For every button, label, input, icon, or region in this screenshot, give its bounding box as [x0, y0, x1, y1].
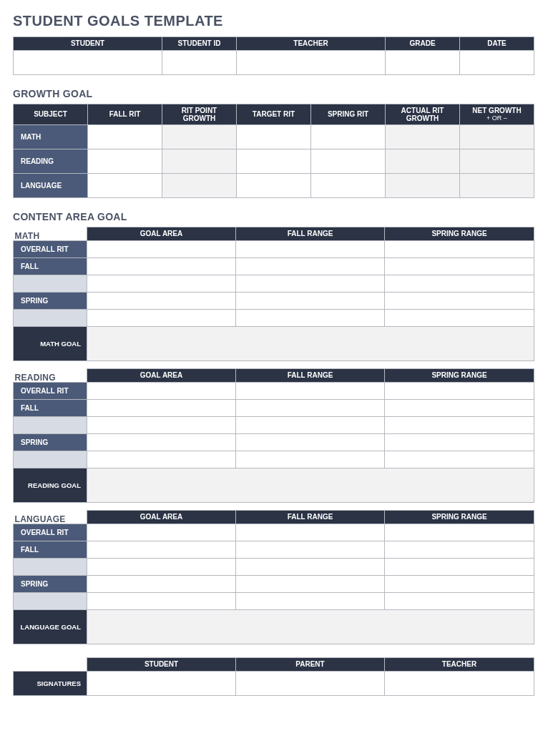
content-math-fall2-goal[interactable] — [87, 275, 236, 293]
content-reading-title: READING — [14, 369, 87, 382]
content-math-fall2-fall[interactable] — [236, 275, 385, 293]
signature-student[interactable] — [87, 672, 236, 696]
content-language-fall1-goal[interactable] — [87, 541, 236, 559]
content-language-spring1-spring[interactable] — [385, 576, 534, 593]
content-reading-spring2-label[interactable] — [14, 451, 87, 468]
content-math-spring1-fall[interactable] — [236, 293, 385, 310]
content-math-overallrit-spring[interactable] — [385, 241, 534, 258]
content-math-fall1-goal[interactable] — [87, 258, 236, 275]
growth-reading-targetrit[interactable] — [237, 149, 311, 174]
content-language-fall2-spring[interactable] — [385, 559, 534, 576]
content-language-fall2-goal[interactable] — [87, 559, 236, 576]
growth-reading-actualritgrowth[interactable] — [386, 149, 460, 174]
content-reading-fall1-goal[interactable] — [87, 400, 236, 417]
content-reading-spring1-goal[interactable] — [87, 434, 236, 451]
growth-language-springrit[interactable] — [311, 174, 386, 198]
content-reading-fall2-fall[interactable] — [236, 417, 385, 434]
signature-teacher[interactable] — [385, 672, 534, 696]
student-info-table: STUDENT STUDENT ID TEACHER GRADE DATE — [13, 36, 534, 75]
growth-language-targetrit[interactable] — [237, 174, 311, 198]
growth-reading-fallrit[interactable] — [88, 149, 162, 174]
content-reading-spring1-spring[interactable] — [385, 434, 534, 451]
info-header-studentid: STUDENT ID — [162, 37, 237, 51]
signature-parent[interactable] — [236, 672, 385, 696]
content-language-spring1-goal[interactable] — [87, 576, 236, 593]
content-reading: READING GOAL AREA FALL RANGE SPRING RANG… — [13, 368, 535, 503]
page-title: STUDENT GOALS TEMPLATE — [13, 13, 535, 29]
content-math-fall1-fall[interactable] — [236, 258, 385, 275]
info-student[interactable] — [14, 51, 162, 75]
content-reading-overallrit-fall[interactable] — [236, 383, 385, 400]
content-language-fall1-fall[interactable] — [236, 541, 385, 559]
content-math: MATH GOAL AREA FALL RANGE SPRING RANGE O… — [13, 227, 535, 361]
content-math-spring1-goal[interactable] — [87, 293, 236, 310]
growth-header-netgrowth: NET GROWTH + OR – — [460, 104, 534, 125]
content-language-goal[interactable] — [87, 610, 534, 644]
content-math-spring2-goal[interactable] — [87, 310, 236, 327]
growth-math-netgrowth[interactable] — [460, 125, 534, 149]
content-reading-overallrit-goal[interactable] — [87, 383, 236, 400]
growth-language-actualritgrowth[interactable] — [386, 174, 460, 198]
content-reading-spring2-goal[interactable] — [87, 451, 236, 468]
content-language-overallrit-goal[interactable] — [87, 524, 236, 541]
content-language-spring2-label[interactable] — [14, 593, 87, 610]
info-studentid[interactable] — [162, 51, 237, 75]
content-reading-overallrit-spring[interactable] — [385, 383, 534, 400]
content-language-overallrit-fall[interactable] — [236, 524, 385, 541]
growth-language-fallrit[interactable] — [88, 174, 162, 198]
growth-math-actualritgrowth[interactable] — [386, 125, 460, 149]
content-reading-spring2-fall[interactable] — [236, 451, 385, 468]
content-math-spring1-spring[interactable] — [385, 293, 534, 310]
growth-header-netgrowth-main: NET GROWTH — [472, 107, 521, 114]
content-math-spring2-fall[interactable] — [236, 310, 385, 327]
content-language-fall2-label[interactable] — [14, 559, 87, 576]
content-header-springrange: SPRING RANGE — [385, 511, 534, 524]
info-date[interactable] — [460, 51, 534, 75]
growth-math-ritpointgrowth[interactable] — [162, 125, 237, 149]
content-header-springrange: SPRING RANGE — [385, 369, 534, 383]
content-reading-fall1-spring[interactable] — [385, 400, 534, 417]
content-math-fall2-spring[interactable] — [385, 275, 534, 293]
content-language-spring1-fall[interactable] — [236, 576, 385, 593]
content-header-fallrange: FALL RANGE — [236, 369, 385, 383]
growth-row-math: MATH — [14, 125, 534, 149]
content-reading-fall2-goal[interactable] — [87, 417, 236, 434]
content-math-overallrit-goal[interactable] — [87, 241, 236, 258]
info-header-student: STUDENT — [14, 37, 162, 51]
content-language-fall1-spring[interactable] — [385, 541, 534, 559]
growth-language-netgrowth[interactable] — [460, 174, 534, 198]
growth-reading-netgrowth[interactable] — [460, 149, 534, 174]
content-language-spring2-spring[interactable] — [385, 593, 534, 610]
content-math-spring2-label[interactable] — [14, 310, 87, 327]
growth-header-ritpointgrowth: RIT POINT GROWTH — [162, 104, 237, 125]
growth-language-ritpointgrowth[interactable] — [162, 174, 237, 198]
growth-reading-springrit[interactable] — [311, 149, 386, 174]
info-teacher[interactable] — [237, 51, 386, 75]
growth-math-fallrit[interactable] — [88, 125, 162, 149]
content-math-goal[interactable] — [87, 327, 534, 361]
content-language-overallrit-spring[interactable] — [385, 524, 534, 541]
content-reading-spring2-spring[interactable] — [385, 451, 534, 468]
growth-math-targetrit[interactable] — [237, 125, 311, 149]
growth-header-springrit: SPRING RIT — [311, 104, 386, 125]
content-math-overallrit-fall[interactable] — [236, 241, 385, 258]
content-reading-fall2-spring[interactable] — [385, 417, 534, 434]
content-math-fall2-label[interactable] — [14, 275, 87, 293]
growth-row-language: LANGUAGE — [14, 174, 534, 198]
content-header-fallrange: FALL RANGE — [236, 511, 385, 524]
content-language-fall-label: FALL — [14, 541, 87, 559]
content-math-spring2-spring[interactable] — [385, 310, 534, 327]
content-math-goal-label: MATH GOAL — [14, 327, 87, 361]
growth-math-springrit[interactable] — [311, 125, 386, 149]
growth-reading-ritpointgrowth[interactable] — [162, 149, 237, 174]
content-language-spring2-fall[interactable] — [236, 593, 385, 610]
content-math-fall1-spring[interactable] — [385, 258, 534, 275]
content-reading-fall2-label[interactable] — [14, 417, 87, 434]
content-language-fall2-fall[interactable] — [236, 559, 385, 576]
content-reading-spring1-fall[interactable] — [236, 434, 385, 451]
content-reading-fall1-fall[interactable] — [236, 400, 385, 417]
info-grade[interactable] — [386, 51, 460, 75]
content-header-fallrange: FALL RANGE — [236, 227, 385, 241]
content-language-spring2-goal[interactable] — [87, 593, 236, 610]
content-reading-goal[interactable] — [87, 468, 534, 503]
